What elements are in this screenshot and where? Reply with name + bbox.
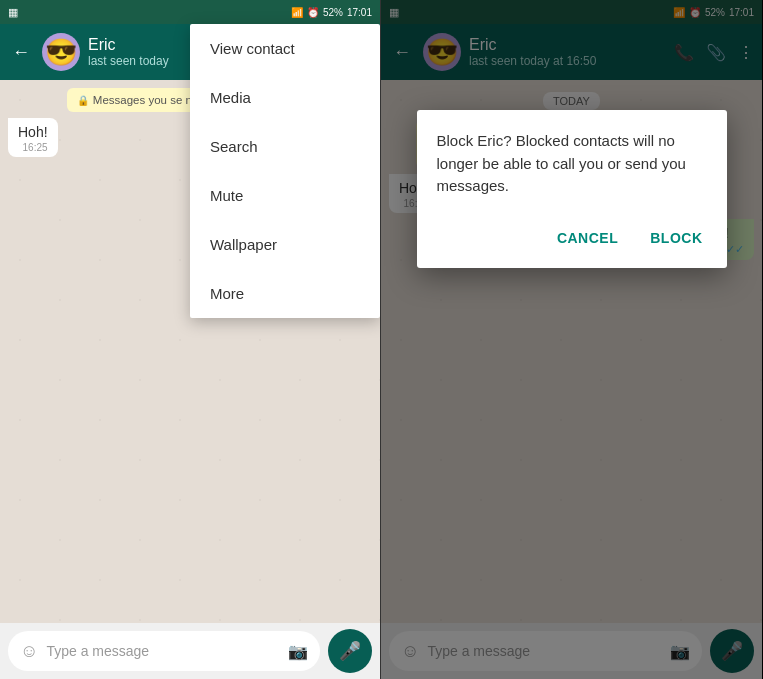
dropdown-menu: View contact Media Search Mute Wallpaper… xyxy=(190,24,380,318)
input-bar-left: ☺ Type a message 📷 🎤 xyxy=(0,623,380,679)
menu-item-more[interactable]: More xyxy=(190,269,380,318)
battery-left: 52% xyxy=(323,7,343,18)
cancel-button[interactable]: CANCEL xyxy=(553,222,622,254)
mic-button-left[interactable]: 🎤 xyxy=(328,629,372,673)
menu-item-view-contact[interactable]: View contact xyxy=(190,24,380,73)
camera-icon-left[interactable]: 📷 xyxy=(288,642,308,661)
status-bar-left: ▦ 📶 ⏰ 52% 17:01 xyxy=(0,0,380,24)
alarm-icon-left: ⏰ xyxy=(307,7,319,18)
block-button[interactable]: BLOCK xyxy=(646,222,706,254)
input-placeholder-left: Type a message xyxy=(46,643,149,659)
left-panel: ▦ 📶 ⏰ 52% 17:01 ← 😎 Eric last seen today… xyxy=(0,0,381,679)
right-panel: ▦ 📶 ⏰ 52% 17:01 ← 😎 Eric last seen today… xyxy=(381,0,762,679)
msg-time-hoh-left: 16:25 xyxy=(18,142,48,153)
menu-item-mute[interactable]: Mute xyxy=(190,171,380,220)
menu-item-search[interactable]: Search xyxy=(190,122,380,171)
time-left: 17:01 xyxy=(347,7,372,18)
status-right-left: 📶 ⏰ 52% 17:01 xyxy=(291,7,372,18)
signal-icon-left: 📶 xyxy=(291,7,303,18)
lock-icon-left: 🔒 xyxy=(77,95,89,106)
dialog-actions: CANCEL BLOCK xyxy=(437,218,707,258)
back-button-left[interactable]: ← xyxy=(8,38,34,67)
dialog-text: Block Eric? Blocked contacts will no lon… xyxy=(437,130,707,198)
app-icon-left: ▦ xyxy=(8,6,18,19)
dialog-overlay: Block Eric? Blocked contacts will no lon… xyxy=(381,0,762,679)
block-dialog: Block Eric? Blocked contacts will no lon… xyxy=(417,110,727,268)
msg-text-hoh-left: Hoh! xyxy=(18,124,48,140)
menu-item-media[interactable]: Media xyxy=(190,73,380,122)
avatar-left: 😎 xyxy=(42,33,80,71)
emoji-icon-left[interactable]: ☺ xyxy=(20,641,38,662)
status-left: ▦ xyxy=(8,6,18,19)
mic-icon-left: 🎤 xyxy=(339,640,361,662)
avatar-emoji-left: 😎 xyxy=(45,37,77,68)
menu-item-wallpaper[interactable]: Wallpaper xyxy=(190,220,380,269)
msg-received-left: Hoh! 16:25 xyxy=(8,118,58,157)
input-field-left[interactable]: ☺ Type a message 📷 xyxy=(8,631,320,671)
